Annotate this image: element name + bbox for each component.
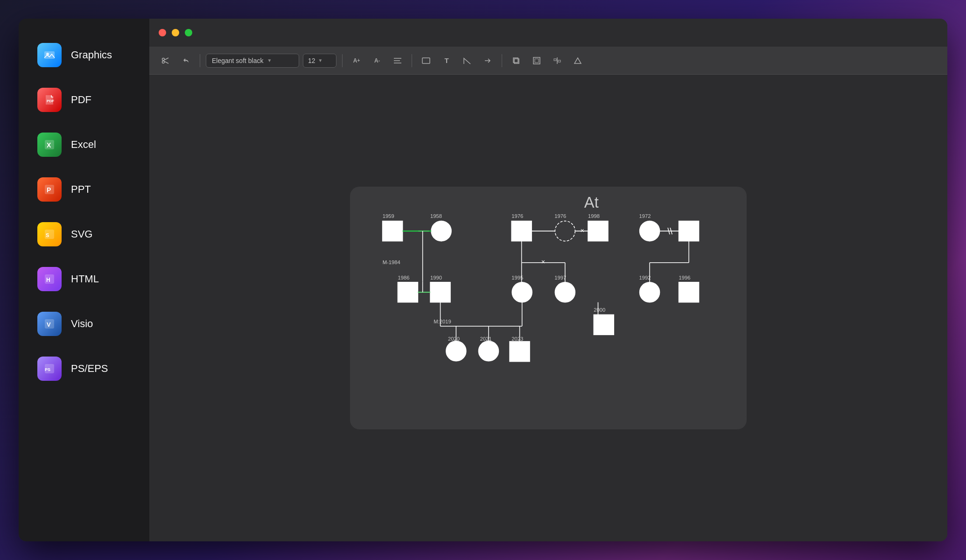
svg-point-16: [162, 61, 165, 63]
svg-rect-25: [533, 57, 540, 64]
ppt-label: PPT: [71, 183, 91, 196]
sidebar-item-pseps[interactable]: PS PS/EPS: [23, 348, 145, 389]
svg-rect-91: [510, 342, 530, 362]
html-label: HTML: [71, 273, 99, 285]
traffic-light-green[interactable]: [185, 29, 192, 36]
svg-point-46: [640, 221, 660, 241]
font-selector[interactable]: Elegant soft black ▼: [206, 54, 299, 68]
svg-line-17: [164, 58, 168, 60]
svg-text:2000: 2000: [594, 307, 605, 313]
toolbar: Elegant soft black ▼ 12 ▼ A+ A-: [149, 47, 947, 75]
svg-rect-68: [679, 282, 699, 302]
layers-button[interactable]: [508, 52, 525, 69]
arrow-button[interactable]: [479, 52, 496, 69]
align-items-button[interactable]: [549, 52, 566, 69]
sidebar-item-graphics[interactable]: Graphics: [23, 35, 145, 76]
svg-text:PDF: PDF: [47, 99, 54, 103]
angle-button[interactable]: [459, 52, 476, 69]
pedigree-diagram: 1959 1958 1976 1976 1998: [350, 187, 747, 429]
svg-line-18: [164, 61, 168, 63]
svg-rect-32: [383, 221, 403, 241]
font-name-text: Elegant soft black: [212, 57, 264, 64]
font-chevron-icon: ▼: [267, 58, 272, 63]
visio-label: Visio: [71, 318, 93, 330]
excel-label: Excel: [71, 139, 96, 151]
sidebar: Graphics PDF PDF X Excel: [19, 19, 149, 541]
svg-icon: S: [37, 222, 62, 246]
svg-text:S: S: [46, 232, 49, 238]
pdf-label: PDF: [71, 94, 91, 106]
toolbar-divider-2: [342, 54, 343, 67]
scissors-button[interactable]: [157, 52, 174, 69]
svg-text:1986: 1986: [398, 275, 409, 280]
svg-text:P: P: [47, 186, 51, 194]
svg-rect-28: [554, 59, 556, 61]
svg-rect-37: [511, 221, 532, 241]
svg-text:PS: PS: [45, 367, 50, 372]
sidebar-item-visio[interactable]: V Visio: [23, 303, 145, 344]
text-shrink-button[interactable]: A-: [369, 52, 385, 69]
svg-point-64: [555, 282, 575, 302]
svg-rect-41: [588, 221, 608, 241]
svg-point-87: [446, 341, 466, 361]
sidebar-item-svg[interactable]: S SVG: [23, 214, 145, 255]
svg-text:2023: 2023: [511, 336, 523, 342]
svg-point-62: [512, 282, 532, 302]
undo-button[interactable]: [177, 52, 194, 69]
svg-text:V: V: [47, 321, 51, 328]
svg-text:2020: 2020: [448, 336, 460, 342]
font-size-text: 12: [308, 57, 315, 64]
sidebar-item-pdf[interactable]: PDF PDF: [23, 79, 145, 120]
svg-rect-47: [679, 221, 699, 241]
align-button[interactable]: [389, 52, 406, 69]
svg-text:1992: 1992: [639, 275, 651, 280]
svg-point-89: [478, 341, 498, 361]
svg-point-34: [431, 221, 451, 241]
pseps-icon: PS: [37, 357, 62, 381]
visio-icon: V: [37, 312, 62, 336]
canvas-area[interactable]: 1959 1958 1976 1976 1998: [149, 75, 947, 541]
pdf-icon: PDF: [37, 88, 62, 112]
traffic-light-red[interactable]: [159, 29, 166, 36]
sidebar-item-excel[interactable]: X Excel: [23, 124, 145, 165]
svg-label: SVG: [71, 228, 92, 240]
svg-text:1976: 1976: [511, 213, 523, 219]
svg-rect-29: [558, 60, 560, 62]
rectangle-button[interactable]: [418, 52, 434, 69]
main-content: Elegant soft black ▼ 12 ▼ A+ A-: [149, 19, 947, 541]
sidebar-item-html[interactable]: H HTML: [23, 259, 145, 300]
svg-text:1996: 1996: [679, 275, 691, 280]
graphics-label: Graphics: [71, 49, 112, 61]
svg-text:X: X: [47, 141, 51, 149]
diagram-container[interactable]: 1959 1958 1976 1976 1998: [350, 187, 747, 429]
traffic-light-yellow[interactable]: [172, 29, 179, 36]
svg-rect-79: [594, 315, 614, 335]
svg-rect-22: [422, 58, 430, 63]
svg-text:1998: 1998: [588, 213, 600, 219]
sidebar-item-ppt[interactable]: P PPT: [23, 169, 145, 210]
svg-text:1997: 1997: [554, 275, 566, 280]
svg-text:At: At: [584, 194, 599, 211]
text-button[interactable]: T: [438, 52, 455, 69]
ppt-icon: P: [37, 177, 62, 202]
triangle-button[interactable]: [569, 52, 586, 69]
svg-text:×: ×: [581, 227, 584, 234]
toolbar-divider-1: [200, 54, 200, 67]
svg-text:×: ×: [541, 258, 545, 266]
svg-rect-26: [535, 59, 539, 63]
svg-point-66: [640, 282, 660, 302]
toolbar-divider-3: [412, 54, 412, 67]
size-chevron-icon: ▼: [318, 58, 323, 63]
font-size-selector[interactable]: 12 ▼: [303, 54, 336, 68]
excel-icon: X: [37, 133, 62, 157]
pseps-label: PS/EPS: [71, 363, 108, 375]
svg-text:2021: 2021: [480, 336, 492, 342]
svg-text:1958: 1958: [430, 213, 442, 219]
svg-text:1976: 1976: [554, 213, 566, 219]
graphics-icon: [37, 43, 62, 67]
svg-text:H: H: [46, 277, 50, 283]
svg-text:M-1984: M-1984: [383, 259, 400, 265]
frame-button[interactable]: [528, 52, 545, 69]
text-grow-button[interactable]: A+: [348, 52, 365, 69]
svg-text:1972: 1972: [639, 213, 651, 219]
